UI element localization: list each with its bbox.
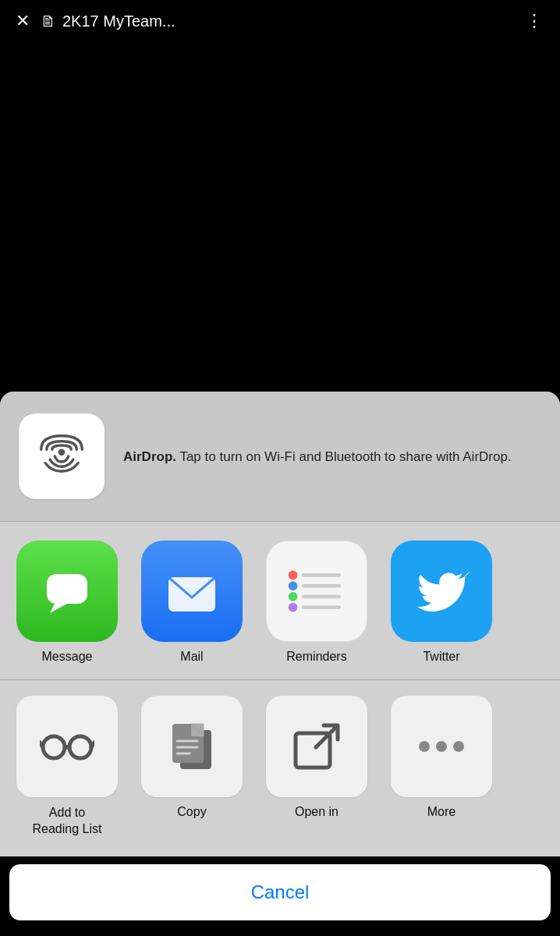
three-dots	[419, 741, 464, 752]
mail-label: Mail	[180, 650, 203, 664]
cancel-label: Cancel	[251, 881, 310, 903]
twitter-label: Twitter	[423, 650, 459, 664]
twitter-icon	[391, 541, 492, 642]
message-label: Message	[42, 650, 93, 664]
svg-point-12	[43, 736, 65, 758]
svg-point-9	[289, 582, 298, 591]
share-row-section: Message Mail	[0, 522, 560, 680]
airdrop-bold: AirDrop.	[123, 449, 176, 464]
top-bar: ✕ 🗎 2K17 MyTeam... ⋮	[0, 0, 560, 42]
svg-point-11	[289, 603, 298, 612]
action-icons-row: Add toReading List	[12, 696, 548, 838]
more-label: More	[427, 805, 455, 819]
action-item-more[interactable]: More	[387, 696, 496, 819]
reading-list-label: Add toReading List	[33, 805, 102, 838]
share-sheet-area: AirDrop. Tap to turn on Wi-Fi and Blueto…	[0, 42, 560, 936]
svg-line-15	[40, 743, 43, 747]
airdrop-section[interactable]: AirDrop. Tap to turn on Wi-Fi and Blueto…	[0, 392, 560, 522]
svg-line-16	[91, 743, 94, 747]
dot-3	[453, 741, 464, 752]
message-svg	[39, 563, 95, 619]
reminders-svg	[276, 550, 357, 633]
copy-svg	[168, 719, 216, 774]
airdrop-text: AirDrop. Tap to turn on Wi-Fi and Blueto…	[123, 447, 512, 467]
more-actions-icon	[391, 696, 492, 797]
document-icon: 🗎	[41, 12, 56, 30]
share-item-mail[interactable]: Mail	[137, 541, 246, 664]
svg-point-0	[58, 449, 66, 456]
copy-icon	[141, 696, 243, 797]
more-icon[interactable]: ⋮	[526, 11, 544, 31]
action-item-copy[interactable]: Copy	[137, 696, 246, 819]
open-in-icon	[266, 696, 367, 797]
svg-rect-1	[47, 574, 87, 604]
open-in-label: Open in	[295, 805, 338, 819]
share-sheet: AirDrop. Tap to turn on Wi-Fi and Blueto…	[0, 392, 560, 856]
message-icon	[16, 541, 118, 642]
mail-svg	[164, 573, 220, 616]
cancel-button[interactable]: Cancel	[9, 864, 551, 920]
share-item-message[interactable]: Message	[12, 541, 122, 664]
open-in-svg	[292, 722, 341, 771]
dot-2	[436, 741, 447, 752]
close-icon[interactable]: ✕	[16, 11, 30, 31]
dot-1	[419, 741, 430, 752]
airdrop-svg	[34, 429, 89, 484]
share-item-reminders[interactable]: Reminders	[262, 541, 371, 664]
action-item-open-in[interactable]: Open in	[262, 696, 371, 819]
reminders-icon	[266, 541, 367, 642]
twitter-svg	[413, 563, 470, 619]
mail-icon	[141, 541, 243, 642]
reading-list-icon	[16, 696, 118, 797]
airdrop-icon	[19, 413, 105, 499]
share-icons-row: Message Mail	[12, 541, 548, 664]
action-row-section: Add toReading List	[0, 680, 560, 856]
svg-point-8	[289, 571, 298, 580]
action-item-reading-list[interactable]: Add toReading List	[12, 696, 122, 838]
airdrop-description: Tap to turn on Wi-Fi and Bluetooth to sh…	[176, 449, 512, 464]
page-title: 2K17 MyTeam...	[62, 12, 175, 30]
copy-label: Copy	[177, 805, 206, 819]
reading-list-svg	[40, 727, 94, 766]
svg-marker-2	[50, 604, 67, 613]
reminders-label: Reminders	[286, 650, 346, 664]
svg-line-24	[316, 727, 336, 747]
share-item-twitter[interactable]: Twitter	[387, 541, 496, 664]
svg-point-10	[289, 592, 298, 601]
svg-point-13	[69, 736, 91, 758]
